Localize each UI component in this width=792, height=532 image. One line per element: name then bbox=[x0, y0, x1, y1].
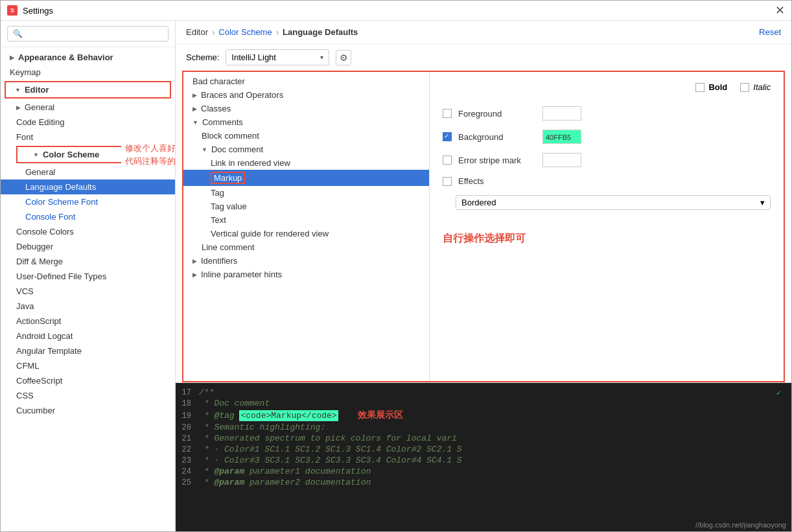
line-21-content: * Generated spectrum to pick colors for … bbox=[199, 434, 457, 443]
breadcrumb-color-scheme[interactable]: Color Scheme bbox=[218, 27, 272, 37]
search-area bbox=[1, 21, 175, 47]
effects-checkbox[interactable] bbox=[443, 177, 452, 186]
error-stripe-color-box[interactable] bbox=[542, 153, 581, 167]
tree-list: Bad character ▶ Braces and Operators ▶ C… bbox=[183, 72, 430, 381]
preview-area: ✓ 17 /** 18 * Doc comment 19 * @tag <cod… bbox=[176, 382, 791, 531]
sidebar-item-user-defined[interactable]: User-Defined File Types bbox=[1, 269, 175, 284]
tree-item-text[interactable]: Text bbox=[183, 213, 429, 227]
sidebar-item-code-editing[interactable]: Code Editing bbox=[1, 115, 175, 130]
italic-label: Italic bbox=[753, 82, 771, 92]
line-num-17: 17 bbox=[176, 388, 199, 397]
background-color-value: 40FFB5 bbox=[543, 130, 581, 145]
tree-item-markup[interactable]: Markup bbox=[183, 170, 429, 186]
line-num-20: 20 bbox=[176, 423, 199, 432]
scheme-dropdown[interactable]: IntelliJ Light ▾ bbox=[226, 49, 329, 65]
sidebar-item-console-colors[interactable]: Console Colors bbox=[1, 224, 175, 239]
effects-dropdown-row: Bordered ▾ bbox=[456, 195, 771, 210]
tree-item-link-rendered[interactable]: Link in rendered view bbox=[183, 156, 429, 170]
sidebar-item-java[interactable]: Java bbox=[1, 299, 175, 314]
tree-item-identifiers[interactable]: ▶ Identifiers bbox=[183, 254, 429, 268]
app-icon: S bbox=[7, 5, 17, 16]
line-24-rest: parameter1 documentation bbox=[244, 467, 371, 476]
sidebar-item-debugger[interactable]: Debugger bbox=[1, 239, 175, 254]
line-25-param: @param bbox=[214, 478, 244, 487]
foreground-checkbox[interactable] bbox=[443, 109, 452, 118]
tree-item-bad-character[interactable]: Bad character bbox=[183, 75, 429, 88]
sidebar-item-console-font[interactable]: Console Font bbox=[1, 209, 175, 224]
sidebar-item-general[interactable]: ▶ General bbox=[1, 100, 175, 115]
sidebar-item-appearance[interactable]: ▶ Appearance & Behavior bbox=[1, 50, 175, 65]
sidebar: ▶ Appearance & Behavior Keymap ▼ Editor … bbox=[1, 21, 176, 531]
sidebar-item-vcs[interactable]: VCS bbox=[1, 284, 175, 299]
effects-dropdown[interactable]: Bordered ▾ bbox=[456, 195, 771, 210]
sidebar-item-angular-template[interactable]: Angular Template bbox=[1, 343, 175, 358]
reset-button[interactable]: Reset bbox=[759, 27, 781, 37]
triangle-icon: ▶ bbox=[192, 92, 197, 98]
preview-line-22: 22 * · Color#1 SC1.1 SC1.2 SC1.3 SC1.4 C… bbox=[176, 444, 791, 455]
sidebar-item-cfml[interactable]: CFML bbox=[1, 358, 175, 373]
tree-item-classes[interactable]: ▶ Classes bbox=[183, 102, 429, 115]
triangle-icon: ▼ bbox=[33, 152, 39, 158]
foreground-color-box[interactable] bbox=[542, 106, 581, 121]
bold-checkbox[interactable] bbox=[695, 83, 705, 92]
background-checkbox[interactable] bbox=[443, 132, 452, 141]
close-button[interactable]: ✕ bbox=[775, 5, 785, 16]
sidebar-item-css[interactable]: CSS bbox=[1, 388, 175, 403]
triangle-icon: ▼ bbox=[192, 119, 198, 126]
tree-item-line-comment[interactable]: Line comment bbox=[183, 240, 429, 254]
tree-item-doc-comment[interactable]: ▼ Doc comment bbox=[183, 143, 429, 156]
tree-item-vertical-guide[interactable]: Vertical guide for rendered view bbox=[183, 227, 429, 240]
triangle-icon: ▶ bbox=[192, 258, 197, 264]
preview-footer: //blog.csdn.net/jianghaoyong bbox=[695, 521, 786, 529]
italic-option: Italic bbox=[740, 82, 771, 92]
sidebar-item-language-defaults[interactable]: Language Defaults bbox=[1, 179, 175, 194]
sidebar-item-cucumber[interactable]: Cucumber bbox=[1, 403, 175, 418]
sidebar-item-editor[interactable]: ▼ Editor bbox=[5, 81, 171, 98]
sidebar-item-color-scheme-font[interactable]: Color Scheme Font bbox=[1, 194, 175, 209]
title-bar: S Settings ✕ bbox=[1, 1, 791, 21]
search-input[interactable] bbox=[7, 26, 169, 41]
triangle-icon: ▶ bbox=[192, 272, 197, 278]
gear-button[interactable]: ⚙ bbox=[336, 50, 351, 65]
main-content: ▶ Appearance & Behavior Keymap ▼ Editor … bbox=[1, 21, 791, 531]
tree-item-comments[interactable]: ▼ Comments bbox=[183, 115, 429, 129]
tree-item-tag-value[interactable]: Tag value bbox=[183, 200, 429, 213]
tree-item-braces-operators[interactable]: ▶ Braces and Operators bbox=[183, 88, 429, 102]
line-num-22: 22 bbox=[176, 445, 199, 454]
sidebar-item-diff-merge[interactable]: Diff & Merge bbox=[1, 254, 175, 269]
line-17-content: /** bbox=[199, 387, 214, 397]
preview-area-label: 效果展示区 bbox=[358, 410, 403, 421]
tree-item-inline-hints[interactable]: ▶ Inline parameter hints bbox=[183, 268, 429, 281]
error-stripe-row: Error stripe mark bbox=[443, 153, 771, 167]
line-19-markup: <code>Markup</code> bbox=[239, 410, 338, 421]
error-stripe-checkbox[interactable] bbox=[443, 156, 452, 165]
scheme-dropdown-arrow: ▾ bbox=[320, 54, 323, 61]
triangle-icon: ▼ bbox=[202, 146, 207, 153]
line-num-19: 19 bbox=[176, 411, 199, 421]
line-num-18: 18 bbox=[176, 399, 199, 408]
effect-dropdown-arrow: ▾ bbox=[760, 198, 765, 207]
sidebar-item-keymap[interactable]: Keymap bbox=[1, 65, 175, 80]
preview-line-25: 25 * @param parameter2 documentation bbox=[176, 477, 791, 488]
preview-line-19: 19 * @tag <code>Markup</code> 效果展示区 bbox=[176, 409, 791, 422]
tree-item-block-comment[interactable]: Block comment bbox=[183, 129, 429, 143]
breadcrumb-editor: Editor bbox=[186, 27, 208, 37]
tree-item-tag[interactable]: Tag bbox=[183, 186, 429, 200]
line-20-content: * Semantic highlighting: bbox=[199, 422, 325, 432]
line-num-23: 23 bbox=[176, 456, 199, 465]
bold-option: Bold bbox=[695, 82, 727, 92]
sidebar-item-color-scheme[interactable]: ▼ Color Scheme 修改个人喜好需要的文件内容代码注释等的颜色 bbox=[16, 146, 171, 163]
italic-checkbox[interactable] bbox=[740, 83, 749, 92]
sidebar-item-android-logcat[interactable]: Android Logcat bbox=[1, 329, 175, 343]
sidebar-item-coffeescript[interactable]: CoffeeScript bbox=[1, 373, 175, 388]
background-color-box[interactable]: 40FFB5 bbox=[542, 130, 581, 144]
line-19-tag: @tag bbox=[214, 411, 239, 421]
line-24-param: @param bbox=[214, 467, 244, 476]
line-23-content: * · Color#3 SC3.1 SC3.2 SC3.3 SC3.4 Colo… bbox=[199, 456, 462, 465]
sidebar-item-actionscript[interactable]: ActionScript bbox=[1, 314, 175, 329]
bold-italic-row: Bold Italic bbox=[443, 82, 771, 92]
line-24-prefix: * bbox=[199, 467, 214, 476]
preview-line-20: 20 * Semantic highlighting: bbox=[176, 422, 791, 433]
line-18-content: * Doc comment bbox=[199, 399, 270, 408]
scheme-value: IntelliJ Light bbox=[231, 52, 276, 62]
